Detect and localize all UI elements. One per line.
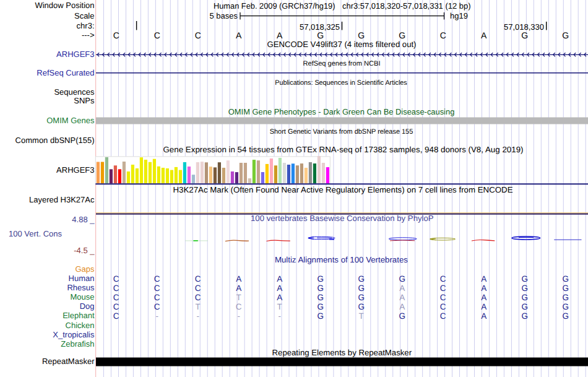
svg-text:C: C xyxy=(440,284,446,293)
svg-text:Human Feb. 2009 (GRCh37/hg19): Human Feb. 2009 (GRCh37/hg19) xyxy=(214,1,335,11)
svg-text:C: C xyxy=(113,311,119,321)
svg-text:C: C xyxy=(195,30,201,40)
svg-text:C: C xyxy=(440,30,446,40)
svg-text:C: C xyxy=(440,302,446,311)
svg-text:A: A xyxy=(481,302,486,311)
svg-text:C: C xyxy=(195,274,201,284)
svg-text:X_tropicalis: X_tropicalis xyxy=(53,330,95,339)
svg-text:--->: ---> xyxy=(82,30,95,40)
svg-text:A: A xyxy=(481,274,486,284)
svg-text:ARHGEF3: ARHGEF3 xyxy=(56,50,94,59)
svg-text:SNPs: SNPs xyxy=(74,96,95,105)
svg-text:chr3:: chr3: xyxy=(77,21,95,30)
svg-text:G: G xyxy=(562,284,569,293)
svg-text:G: G xyxy=(562,293,569,302)
svg-text:A: A xyxy=(277,274,282,284)
svg-text:Elephant: Elephant xyxy=(63,311,95,320)
svg-text:-: - xyxy=(155,311,158,321)
svg-text:A: A xyxy=(399,293,405,302)
svg-text:G: G xyxy=(521,284,528,293)
svg-text:Chicken: Chicken xyxy=(66,321,95,330)
svg-text:G: G xyxy=(521,274,528,284)
svg-text:T: T xyxy=(236,293,241,302)
svg-text:C: C xyxy=(236,302,242,311)
svg-text:4.88 _: 4.88 _ xyxy=(72,215,95,224)
svg-text:A: A xyxy=(277,284,282,293)
svg-text:A: A xyxy=(236,284,241,293)
svg-text:Multiz Alignments of 100 Verte: Multiz Alignments of 100 Vertebrates xyxy=(275,255,408,264)
svg-text:C: C xyxy=(154,30,160,40)
svg-text:-: - xyxy=(278,311,281,321)
svg-text:T: T xyxy=(196,302,201,311)
svg-text:G: G xyxy=(399,30,405,40)
svg-text:Gene Expression in 54 tissues: Gene Expression in 54 tissues from GTEx … xyxy=(163,145,524,154)
svg-text:T: T xyxy=(359,311,364,321)
svg-text:Rhesus: Rhesus xyxy=(67,283,95,292)
svg-text:G: G xyxy=(521,30,528,40)
svg-text:A: A xyxy=(277,293,282,302)
svg-text:G: G xyxy=(358,293,365,302)
svg-text:100 vertebrates Basewise Conse: 100 vertebrates Basewise Conservation by… xyxy=(251,214,434,223)
svg-text:Publications: Sequences in Sci: Publications: Sequences in Scientific Ar… xyxy=(275,79,407,87)
svg-text:Gaps: Gaps xyxy=(75,264,95,274)
svg-text:C: C xyxy=(113,293,119,302)
svg-text:Window Position: Window Position xyxy=(35,1,94,10)
svg-text:G: G xyxy=(562,302,569,311)
svg-text:G: G xyxy=(358,30,365,40)
svg-text:G: G xyxy=(358,302,365,311)
svg-text:C: C xyxy=(440,293,446,302)
svg-text:-: - xyxy=(196,311,199,321)
svg-text:chr3:57,018,320-57,018,331 (12: chr3:57,018,320-57,018,331 (12 bp) xyxy=(342,1,471,11)
svg-text:C: C xyxy=(113,30,119,40)
svg-text:C: C xyxy=(113,302,119,311)
svg-text:G: G xyxy=(358,284,365,293)
svg-text:G: G xyxy=(562,274,569,284)
svg-text:G: G xyxy=(317,302,324,311)
svg-text:C: C xyxy=(195,293,201,302)
svg-text:A: A xyxy=(277,30,283,40)
svg-text:C: C xyxy=(440,311,446,321)
svg-text:A: A xyxy=(399,302,405,311)
svg-text:G: G xyxy=(399,311,405,321)
svg-text:A: A xyxy=(399,284,405,293)
svg-text:RefSeq genes from NCBI: RefSeq genes from NCBI xyxy=(303,60,381,67)
svg-text:C: C xyxy=(154,293,160,302)
svg-text:C: C xyxy=(154,284,160,293)
svg-text:-4.5 _: -4.5 _ xyxy=(74,246,95,255)
svg-text:RepeatMasker: RepeatMasker xyxy=(42,357,95,366)
svg-text:C: C xyxy=(195,284,201,293)
svg-text:-: - xyxy=(237,311,240,321)
svg-text:G: G xyxy=(317,293,324,302)
svg-text:Dog: Dog xyxy=(80,301,95,311)
svg-text:G: G xyxy=(521,293,528,302)
svg-text:Zebrafish: Zebrafish xyxy=(61,339,94,349)
svg-text:A: A xyxy=(481,30,487,40)
svg-text:C: C xyxy=(440,274,446,284)
svg-text:H3K27Ac Mark (Often Found Near: H3K27Ac Mark (Often Found Near Active Re… xyxy=(173,185,513,194)
svg-text:RefSeq Curated: RefSeq Curated xyxy=(37,68,94,77)
svg-text:A: A xyxy=(481,284,486,293)
svg-text:C: C xyxy=(113,274,119,284)
svg-text:G: G xyxy=(521,302,528,311)
svg-text:Sequences: Sequences xyxy=(54,87,95,97)
svg-text:G: G xyxy=(521,311,528,321)
svg-text:5 bases: 5 bases xyxy=(209,11,238,20)
svg-text:OMIM Gene Phenotypes - Dark Gr: OMIM Gene Phenotypes - Dark Green Can Be… xyxy=(228,107,455,116)
svg-text:A: A xyxy=(481,311,486,321)
svg-text:GENCODE V49lift37 (4 items fil: GENCODE V49lift37 (4 items filtered out) xyxy=(267,40,417,49)
svg-text:OMIM Genes: OMIM Genes xyxy=(46,116,95,125)
svg-text:G: G xyxy=(317,311,324,321)
svg-text:G: G xyxy=(399,274,405,284)
svg-text:G: G xyxy=(317,284,324,293)
svg-text:Scale: Scale xyxy=(74,11,95,20)
svg-text:A: A xyxy=(236,274,241,284)
svg-text:Human: Human xyxy=(69,274,95,283)
svg-text:T: T xyxy=(277,302,282,311)
svg-text:G: G xyxy=(562,311,569,321)
svg-text:Short Genetic Variants from db: Short Genetic Variants from dbSNP releas… xyxy=(270,128,413,136)
svg-text:Repeating Elements by RepeatMa: Repeating Elements by RepeatMasker xyxy=(272,348,412,357)
svg-text:hg19: hg19 xyxy=(450,11,468,20)
svg-text:Mouse: Mouse xyxy=(70,292,94,301)
svg-text:Layered H3K27Ac: Layered H3K27Ac xyxy=(29,195,95,204)
svg-text:Common dbSNP(155): Common dbSNP(155) xyxy=(15,136,95,145)
